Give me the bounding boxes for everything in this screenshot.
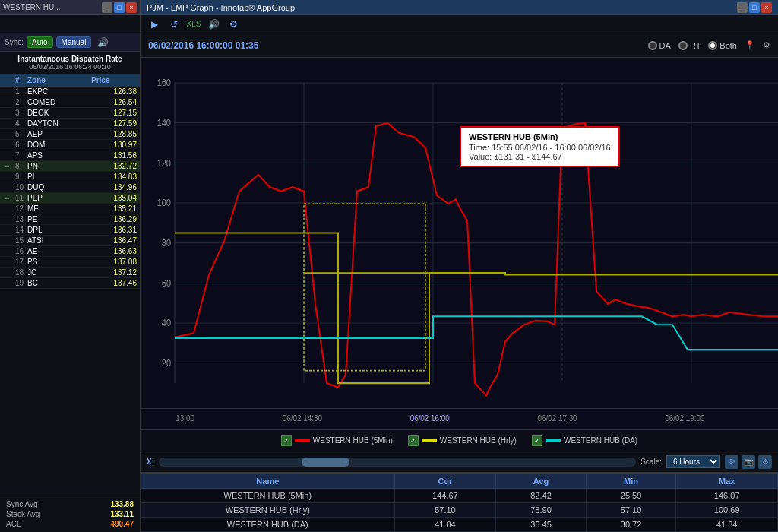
zone-number: 4: [15, 119, 27, 128]
settings2-icon[interactable]: ⚙: [763, 40, 770, 50]
main-window-title: PJM - LMP Graph - Innotap® AppGroup: [147, 3, 295, 12]
zone-price: 136.29: [91, 215, 137, 223]
legend-da-check[interactable]: ✓: [532, 435, 542, 446]
settings-icon[interactable]: ⚙: [226, 17, 241, 32]
da-radio[interactable]: [648, 41, 657, 50]
zone-row[interactable]: 5 AEP 128.85: [0, 129, 140, 140]
eye-icon[interactable]: 👁: [725, 455, 738, 469]
zone-row[interactable]: → 11 PEP 135.04: [0, 193, 140, 204]
zone-row[interactable]: 3 DEOK 127.15: [0, 108, 140, 119]
chart-legend-bottom: ✓ WESTERN HUB (5Min) ✓ WESTERN HUB (Hrly…: [141, 429, 778, 451]
ace-label: ACE: [6, 520, 22, 528]
row-min: 57.10: [586, 503, 676, 518]
svg-text:100: 100: [157, 198, 171, 208]
main-titlebar: PJM - LMP Graph - Innotap® AppGroup _ □ …: [141, 0, 778, 15]
main-minimize-btn[interactable]: _: [737, 2, 748, 13]
zone-row[interactable]: 7 APS 131.56: [0, 150, 140, 161]
row-avg: 36.45: [496, 518, 587, 532]
svg-text:60: 60: [162, 278, 171, 288]
legend-5min-check[interactable]: ✓: [281, 435, 292, 446]
zone-row[interactable]: 1 EKPC 126.38: [0, 87, 140, 97]
da-label: DA: [659, 41, 671, 50]
legend-hrly-check[interactable]: ✓: [408, 435, 419, 446]
zone-row[interactable]: 19 BC 137.46: [0, 278, 140, 289]
zone-name: COMED: [27, 98, 91, 106]
zone-table-header: # Zone Price: [0, 74, 140, 87]
dispatch-header: Instantaneous Dispatch Rate 06/02/2016 1…: [0, 52, 140, 74]
legend-da-label: WESTERN HUB (DA): [564, 436, 637, 445]
audio-icon[interactable]: 🔊: [206, 17, 221, 32]
manual-btn[interactable]: Manual: [56, 36, 92, 48]
left-minimize-btn[interactable]: _: [102, 2, 112, 13]
auto-btn[interactable]: Auto: [27, 36, 53, 48]
left-window-title: WESTERN HU...: [3, 3, 61, 11]
legend-hrly: ✓ WESTERN HUB (Hrly): [408, 435, 517, 446]
camera-icon[interactable]: 📷: [742, 455, 755, 469]
zone-row[interactable]: 13 PE 136.29: [0, 214, 140, 225]
legend-hrly-label: WESTERN HUB (Hrly): [440, 436, 517, 445]
chart-svg: 160 140 120 100 80 60 40 20: [141, 58, 778, 408]
zone-name: PE: [27, 215, 91, 223]
zone-row[interactable]: 15 ATSI 136.47: [0, 236, 140, 246]
svg-text:06/02 14:30: 06/02 14:30: [283, 413, 323, 422]
legend-5min-label: WESTERN HUB (5Min): [313, 436, 393, 445]
row-cur: 144.67: [394, 489, 496, 503]
zone-name: PEP: [27, 194, 91, 202]
zone-price: 134.96: [91, 183, 137, 192]
bottom-icons: 👁 📷 ⚙: [725, 455, 772, 469]
col-zone-header: Zone: [27, 76, 91, 84]
settings3-icon[interactable]: ⚙: [758, 455, 772, 469]
svg-text:06/02 13:00: 06/02 13:00: [175, 413, 195, 422]
zone-row[interactable]: 14 DPL 136.31: [0, 225, 140, 236]
zone-number: 15: [15, 236, 27, 245]
sync-bar: Sync: Auto Manual 🔊: [0, 33, 140, 52]
zone-row[interactable]: 16 AE 136.63: [0, 246, 140, 257]
left-close-btn[interactable]: ×: [126, 2, 137, 13]
zone-list: 1 EKPC 126.38 2 COMED 126.54 3 DEOK 127.…: [0, 87, 140, 496]
zone-price: 137.46: [91, 279, 137, 287]
zone-price: 126.38: [91, 87, 137, 96]
zone-name: DPL: [27, 226, 91, 234]
scrollbar-track[interactable]: [159, 458, 636, 467]
zone-number: 11: [15, 194, 27, 202]
zone-price: 135.04: [91, 194, 137, 202]
zone-row[interactable]: 10 DUQ 134.96: [0, 182, 140, 193]
zone-name: AE: [27, 247, 91, 255]
both-radio[interactable]: [708, 41, 717, 50]
main-close-btn[interactable]: ×: [761, 2, 772, 13]
row-avg: 82.42: [496, 489, 587, 503]
rt-radio[interactable]: [678, 41, 688, 50]
zone-price: 132.72: [91, 162, 137, 170]
svg-text:20: 20: [162, 359, 171, 369]
main-maximize-btn[interactable]: □: [749, 2, 760, 13]
volume-icon[interactable]: 🔊: [97, 37, 109, 48]
left-maximize-btn[interactable]: □: [114, 2, 125, 13]
scale-select[interactable]: 6 Hours 1 Hour 3 Hours 12 Hours 24 Hours: [666, 455, 720, 468]
zone-row[interactable]: 18 JC 137.12: [0, 268, 140, 278]
zone-row[interactable]: 4 DAYTON 127.59: [0, 119, 140, 129]
legend-da-line: [546, 439, 561, 442]
svg-text:06/02 17:30: 06/02 17:30: [538, 413, 578, 422]
legend-5min-line: [295, 439, 310, 442]
excel-icon[interactable]: XLS: [186, 17, 201, 32]
zone-row[interactable]: 9 PL 134.83: [0, 172, 140, 182]
play-icon[interactable]: ▶: [147, 17, 162, 32]
zone-number: 13: [15, 215, 27, 223]
zone-row[interactable]: 12 ME 135.21: [0, 204, 140, 214]
sync-avg-row: Sync Avg 133.88: [6, 499, 134, 509]
zone-row[interactable]: → 8 PN 132.72: [0, 161, 140, 172]
dispatch-title: Instantaneous Dispatch Rate: [5, 55, 135, 63]
stack-avg-row: Stack Avg 133.11: [6, 509, 134, 519]
zone-row[interactable]: 6 DOM 130.97: [0, 140, 140, 150]
zone-name: AEP: [27, 130, 91, 138]
zone-name: ME: [27, 204, 91, 213]
sync-label: Sync:: [5, 38, 24, 46]
zone-name: EKPC: [27, 87, 91, 96]
location-icon[interactable]: 📍: [745, 40, 755, 50]
zone-price: 126.54: [91, 98, 137, 106]
scrollbar-thumb[interactable]: [302, 458, 349, 467]
refresh-icon[interactable]: ↺: [166, 17, 182, 32]
zone-row[interactable]: 17 PS 137.08: [0, 257, 140, 268]
zone-row[interactable]: 2 COMED 126.54: [0, 97, 140, 108]
zone-name: DUQ: [27, 183, 91, 192]
